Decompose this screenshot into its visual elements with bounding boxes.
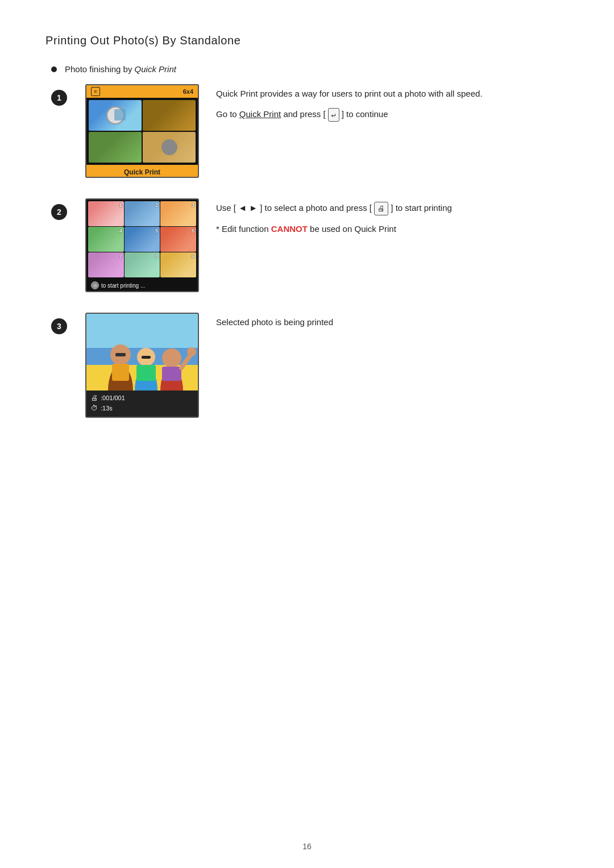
- bullet-intro-text: Photo finishing by Quick Print: [65, 64, 176, 74]
- clock-small-icon: ⏱: [91, 404, 98, 412]
- screen1-cell-3: [89, 132, 142, 163]
- gear-icon: [161, 139, 177, 155]
- svg-rect-5: [112, 364, 129, 381]
- enter-key: ↵: [328, 108, 339, 122]
- svg-rect-9: [136, 365, 156, 381]
- step-1-screen: ≡ 6x4: [85, 84, 199, 178]
- step-2-desc: Use [ ◄ ► ] to select a photo and press …: [216, 198, 569, 236]
- step-1-row: 1 ≡ 6x4: [51, 84, 569, 178]
- page-content: Printing Out Photo(s) By Standalone Phot…: [0, 0, 614, 484]
- screen1-grid: [86, 98, 198, 165]
- cannot-text: CANNOT: [271, 224, 308, 234]
- screen1-footer: Quick Print: [86, 165, 198, 178]
- press-to-start-text: to start printing ...: [101, 283, 145, 289]
- photo-3: 3: [160, 201, 196, 226]
- step-1-desc: Quick Print provides a way for users to …: [216, 84, 569, 122]
- page-title: Printing Out Photo(s) By Standalone: [45, 34, 569, 47]
- step-1-desc-line2: Go to Quick Print and press [ ↵ ] to con…: [216, 107, 569, 122]
- svg-point-12: [162, 348, 181, 368]
- beach-photo-svg: [86, 314, 198, 391]
- info-row-pages: 🖨 : 001/001: [91, 394, 193, 402]
- info-row-time: ⏱ : 13s: [91, 404, 193, 412]
- menu-icon: ≡: [91, 87, 100, 96]
- photo-8: 8: [125, 252, 160, 277]
- screen1-cell-1: [89, 100, 142, 131]
- photo-main: [86, 314, 198, 391]
- screen3-info: 🖨 : 001/001 ⏱ : 13s: [86, 391, 198, 418]
- bullet-dot: [51, 67, 57, 72]
- screen1-cell-4: [143, 132, 196, 163]
- step-2-row: 2 1 2 3 4 5 6 7 8 9 ⊙ to start printing …: [51, 198, 569, 292]
- print-button-icon: ⊙: [91, 281, 99, 289]
- screen2-footer: ⊙ to start printing ...: [86, 279, 198, 292]
- step-2-screen: 1 2 3 4 5 6 7 8 9 ⊙ to start printing ..…: [85, 198, 199, 292]
- step-3-number: 3: [51, 313, 85, 334]
- photo-9: 9: [160, 252, 196, 277]
- step-3-row: 3: [51, 313, 569, 418]
- step-3-circle: 3: [51, 318, 67, 334]
- photo-2: 2: [125, 201, 160, 226]
- svg-rect-10: [142, 356, 151, 359]
- step-2-desc-line1: Use [ ◄ ► ] to select a photo and press …: [216, 201, 569, 215]
- photo-7: 7: [88, 252, 124, 277]
- info-pages-value: 001/001: [102, 394, 125, 401]
- svg-point-15: [187, 347, 196, 356]
- quick-print-link: Quick Print: [239, 109, 281, 119]
- photo-6: 6: [160, 227, 196, 252]
- step-1-desc-line1: Quick Print provides a way for users to …: [216, 87, 569, 101]
- photo-1: 1: [88, 201, 124, 226]
- step-3-screen: 🖨 : 001/001 ⏱ : 13s: [85, 313, 199, 418]
- step-3-desc: Selected photo is being printed: [216, 313, 569, 329]
- screen2-grid: 1 2 3 4 5 6 7 8 9: [86, 200, 198, 279]
- steps-container: 1 ≡ 6x4: [51, 84, 569, 418]
- bullet-intro: Photo finishing by Quick Print: [51, 64, 569, 74]
- screen1-header: ≡ 6x4: [86, 85, 198, 98]
- print-key: 🖨: [374, 202, 388, 216]
- step-2-desc-line2: * Edit function CANNOT be used on Quick …: [216, 222, 569, 236]
- pages-icon: 🖨: [91, 394, 98, 402]
- step-2-circle: 2: [51, 204, 67, 220]
- screen1-size-label: 6x4: [183, 88, 193, 95]
- step-2-number: 2: [51, 198, 85, 220]
- svg-rect-6: [115, 353, 126, 356]
- info-time-value: 13s: [102, 405, 113, 412]
- svg-rect-13: [162, 367, 181, 381]
- step-1-number: 1: [51, 84, 85, 106]
- photo-4: 4: [88, 227, 124, 252]
- screen1-cell-2: [143, 100, 196, 131]
- step-3-desc-text: Selected photo is being printed: [216, 315, 569, 329]
- page-number: 16: [302, 842, 312, 851]
- step-1-circle: 1: [51, 90, 67, 106]
- photo-icon: [114, 109, 126, 121]
- photo-5: 5: [125, 227, 160, 252]
